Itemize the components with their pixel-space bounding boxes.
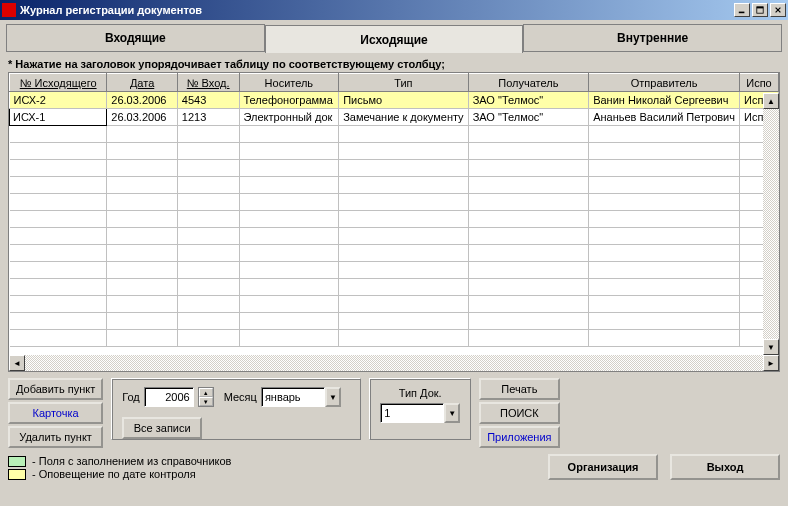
legend-swatch-green	[8, 456, 26, 467]
col-exec[interactable]: Испо	[740, 74, 779, 92]
table-row-empty	[10, 279, 779, 296]
table-row-empty	[10, 126, 779, 143]
cell-carrier[interactable]: Электронный док	[239, 109, 339, 126]
cell-type[interactable]: Замечание к документу	[339, 109, 468, 126]
table-row-empty	[10, 194, 779, 211]
table-row-empty	[10, 296, 779, 313]
col-out-no[interactable]: № Исходящего	[10, 74, 107, 92]
cell-type[interactable]: Письмо	[339, 92, 468, 109]
minimize-button[interactable]	[734, 3, 750, 17]
search-button[interactable]: ПОИСК	[479, 402, 559, 424]
svg-rect-2	[757, 7, 763, 9]
table-row-empty	[10, 211, 779, 228]
chevron-down-icon[interactable]: ▼	[444, 403, 460, 423]
cell-in-no[interactable]: 4543	[177, 92, 239, 109]
doctype-label: Тип Док.	[399, 387, 442, 399]
legend-yellow-label: - Оповещение по дате контроля	[32, 468, 196, 480]
table-row-empty	[10, 228, 779, 245]
horizontal-scrollbar[interactable]: ◄ ►	[9, 355, 779, 371]
col-in-no[interactable]: № Вход.	[177, 74, 239, 92]
year-input[interactable]: 2006	[144, 387, 194, 407]
table-row-empty	[10, 245, 779, 262]
cell-out-no[interactable]: ИСХ-2	[10, 92, 107, 109]
attachments-button[interactable]: Приложения	[479, 426, 559, 448]
delete-item-button[interactable]: Удалить пункт	[8, 426, 103, 448]
doctype-fieldset: Тип Док. 1 ▼	[369, 378, 471, 440]
col-date[interactable]: Дата	[107, 74, 178, 92]
table-row-empty	[10, 160, 779, 177]
app-icon	[2, 3, 16, 17]
tab-internal[interactable]: Внутренние	[523, 24, 782, 52]
table-row-empty	[10, 143, 779, 160]
doctype-select[interactable]: 1 ▼	[380, 403, 460, 423]
table-row-empty	[10, 262, 779, 279]
tab-outgoing[interactable]: Исходящие	[265, 25, 524, 53]
cell-sender[interactable]: Ванин Николай Сергеевич	[589, 92, 740, 109]
grid-container: № Исходящего Дата № Вход. Носитель Тип П…	[8, 72, 780, 372]
documents-table: № Исходящего Дата № Вход. Носитель Тип П…	[9, 73, 779, 347]
table-row-empty	[10, 330, 779, 347]
table-row[interactable]: ИСХ-2 26.03.2006 4543 Телефонограмма Пис…	[10, 92, 779, 109]
year-label: Год	[122, 391, 140, 403]
col-sender[interactable]: Отправитель	[589, 74, 740, 92]
window-title: Журнал регистрации документов	[20, 4, 734, 16]
legend-swatch-yellow	[8, 469, 26, 480]
all-records-button[interactable]: Все записи	[122, 417, 202, 439]
sort-hint: * Нажатие на заголовок упорядочивает таб…	[8, 58, 780, 70]
cell-sender[interactable]: Ананьев Василий Петрович	[589, 109, 740, 126]
print-button[interactable]: Печать	[479, 378, 559, 400]
col-type[interactable]: Тип	[339, 74, 468, 92]
tab-strip: Входящие Исходящие Внутренние	[6, 24, 782, 52]
scroll-right-icon[interactable]: ►	[763, 355, 779, 371]
table-row[interactable]: ИСХ-1 26.03.2006 1213 Электронный док За…	[10, 109, 779, 126]
scroll-left-icon[interactable]: ◄	[9, 355, 25, 371]
cell-date[interactable]: 26.03.2006	[107, 109, 178, 126]
year-spinner[interactable]: ▲ ▼	[198, 387, 214, 407]
add-item-button[interactable]: Добавить пункт	[8, 378, 103, 400]
cell-out-no-editing[interactable]: ИСХ-1	[10, 109, 107, 126]
table-row-empty	[10, 177, 779, 194]
organization-button[interactable]: Организация	[548, 454, 658, 480]
chevron-down-icon[interactable]: ▼	[325, 387, 341, 407]
cell-in-no[interactable]: 1213	[177, 109, 239, 126]
legend-green-label: - Поля с заполнением из справочников	[32, 455, 231, 467]
month-label: Месяц	[224, 391, 257, 403]
scroll-down-icon[interactable]: ▼	[763, 339, 779, 355]
legend: - Поля с заполнением из справочников - О…	[8, 454, 536, 481]
cell-recipient[interactable]: ЗАО "Телмос"	[468, 92, 589, 109]
scroll-up-icon[interactable]: ▲	[763, 93, 779, 109]
col-recipient[interactable]: Получатель	[468, 74, 589, 92]
titlebar: Журнал регистрации документов	[0, 0, 788, 20]
table-row-empty	[10, 313, 779, 330]
month-select[interactable]: январь ▼	[261, 387, 341, 407]
cell-carrier[interactable]: Телефонограмма	[239, 92, 339, 109]
col-carrier[interactable]: Носитель	[239, 74, 339, 92]
maximize-button[interactable]	[752, 3, 768, 17]
spin-up-icon[interactable]: ▲	[199, 388, 213, 397]
svg-rect-0	[739, 12, 745, 14]
cell-recipient[interactable]: ЗАО "Телмос"	[468, 109, 589, 126]
exit-button[interactable]: Выход	[670, 454, 780, 480]
filter-fieldset: Год 2006 ▲ ▼ Месяц январь ▼ Все записи	[111, 378, 361, 440]
vertical-scrollbar[interactable]: ▲ ▼	[763, 93, 779, 355]
card-button[interactable]: Карточка	[8, 402, 103, 424]
close-button[interactable]	[770, 3, 786, 17]
spin-down-icon[interactable]: ▼	[199, 397, 213, 406]
cell-date[interactable]: 26.03.2006	[107, 92, 178, 109]
tab-incoming[interactable]: Входящие	[6, 24, 265, 52]
